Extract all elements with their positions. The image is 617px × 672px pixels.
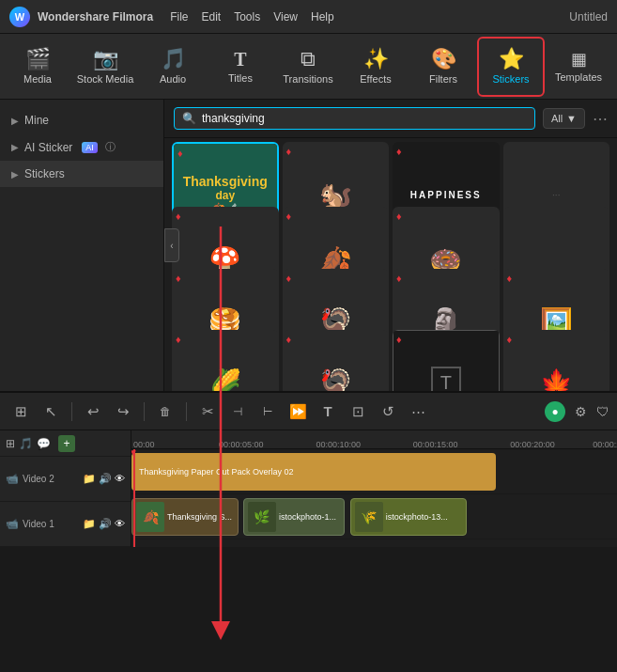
filter-dropdown[interactable]: All ▼ bbox=[543, 108, 585, 129]
tool-speed[interactable]: ⏩ bbox=[285, 399, 311, 425]
collapse-button[interactable]: ‹ bbox=[164, 228, 179, 262]
clip-v1b-label: istockphoto-1... bbox=[279, 512, 336, 522]
track-label-video1: 📹 Video 1 📁 🔊 👁 bbox=[0, 502, 131, 547]
menu-bar: W Wondershare Filmora File Edit Tools Vi… bbox=[0, 0, 617, 34]
tool-crop[interactable]: ⊡ bbox=[345, 399, 371, 425]
track-labels: ⊞ 🎵 💬 + 📹 Video 2 📁 🔊 👁 bbox=[0, 430, 131, 547]
timeline-tracks-container: 00:00 00:00:05:00 00:00:10:00 00:00:15:0… bbox=[131, 449, 617, 547]
tool-stickers-label: Stickers bbox=[492, 73, 529, 85]
tool-effects[interactable]: ✨ Effects bbox=[342, 37, 409, 97]
tool-more[interactable]: ⋯ bbox=[405, 399, 431, 425]
clip-v1b[interactable]: 🌿 istockphoto-1... bbox=[243, 498, 346, 536]
tool-audio-label: Audio bbox=[160, 73, 186, 85]
tool-undo[interactable]: ↩ bbox=[80, 399, 106, 425]
tool-audio[interactable]: 🎵 Audio bbox=[139, 37, 207, 97]
clip-v1c[interactable]: 🌾 istockphoto-13... bbox=[350, 498, 467, 536]
tool-scissors[interactable]: ✂ bbox=[194, 399, 221, 425]
track-row-video2: Thanksgiving Paper Cut Pack Overlay 02 bbox=[131, 449, 617, 494]
add-subtitle-icon[interactable]: 💬 bbox=[37, 437, 51, 450]
timeline-tracks-area: ⊞ 🎵 💬 + 📹 Video 2 📁 🔊 👁 bbox=[0, 430, 617, 547]
tool-trim-left[interactable]: ⊣ bbox=[224, 399, 251, 425]
tool-transitions-label: Transitions bbox=[283, 73, 332, 85]
settings-icon[interactable]: ⚙ bbox=[575, 404, 587, 419]
panel-section-mine[interactable]: ▶ Mine bbox=[0, 107, 163, 133]
separator-3 bbox=[186, 402, 187, 421]
search-input-wrapper: 🔍 bbox=[174, 107, 535, 130]
tool-templates-label: Templates bbox=[555, 71, 602, 83]
search-input[interactable] bbox=[202, 112, 527, 125]
track-label-video2: 📹 Video 2 📁 🔊 👁 bbox=[0, 457, 131, 502]
tool-titles-label: Titles bbox=[228, 72, 253, 84]
panel-section-ai-sticker[interactable]: ▶ AI Sticker AI ⓘ bbox=[0, 133, 163, 161]
mine-label: Mine bbox=[24, 114, 49, 127]
add-audio-track-icon[interactable]: 🎵 bbox=[19, 437, 33, 450]
premium-badge-15: ♦ bbox=[396, 334, 402, 345]
timeline-playhead[interactable]: ▼ bbox=[133, 449, 135, 547]
tool-delete[interactable]: 🗑 bbox=[152, 399, 178, 425]
tool-templates[interactable]: ▦ Templates bbox=[545, 37, 612, 97]
toolbar: 🎬 Media 📷 Stock Media 🎵 Audio T Titles ⧉… bbox=[0, 34, 617, 100]
menu-file[interactable]: File bbox=[170, 10, 188, 23]
sticker-autumn[interactable]: 🍁 ♦ ⬇ bbox=[503, 330, 610, 391]
tool-redo[interactable]: ↪ bbox=[110, 399, 136, 425]
tool-rotate[interactable]: ↺ bbox=[375, 399, 401, 425]
filter-label: All bbox=[551, 113, 563, 124]
tool-transitions[interactable]: ⧉ Transitions bbox=[274, 37, 342, 97]
collapse-icon: ‹ bbox=[170, 241, 173, 251]
panel-area: ▶ Mine ▶ AI Sticker AI ⓘ ▶ Stickers ‹ bbox=[0, 100, 617, 391]
track-row-video1: 🍂 Thanksgiving S... 🌿 istockphoto-1... 🌾 bbox=[131, 494, 617, 539]
track2-audio-icon[interactable]: 🔊 bbox=[99, 473, 112, 485]
sticker-textbox[interactable]: T ♦ ⬇ bbox=[393, 330, 500, 391]
sticker-grid: Thanksgiving day 🍂🥧 ♦ 🐿️ ♦ ⬇ HAPPINES bbox=[164, 138, 617, 391]
premium-badge-12: ♦ bbox=[507, 273, 513, 284]
menu-view[interactable]: View bbox=[273, 10, 298, 23]
chevron-down-icon: ▼ bbox=[566, 113, 577, 124]
tool-media-label: Media bbox=[23, 73, 52, 85]
tick-20: 00:00:20:00 bbox=[510, 440, 555, 449]
tool-media[interactable]: 🎬 Media bbox=[4, 37, 71, 97]
stickers-label: Stickers bbox=[24, 167, 65, 180]
shield-icon[interactable]: 🛡 bbox=[596, 404, 609, 419]
app-logo: W bbox=[9, 7, 30, 27]
tool-stock-media[interactable]: 📷 Stock Media bbox=[71, 37, 139, 97]
premium-badge-9: ♦ bbox=[176, 273, 181, 284]
ai-sticker-arrow: ▶ bbox=[11, 142, 19, 152]
clip-v1a[interactable]: 🍂 Thanksgiving S... bbox=[131, 498, 239, 536]
tool-stickers[interactable]: ⭐ Stickers bbox=[477, 37, 545, 97]
video1-label: Video 1 bbox=[23, 519, 54, 529]
menu-items: File Edit Tools View Help bbox=[170, 10, 334, 23]
add-track-green-btn[interactable]: + bbox=[58, 435, 75, 452]
track2-icons: 📁 🔊 👁 bbox=[83, 473, 125, 485]
sticker-turkey2[interactable]: 🦃 ♦ ⬇ bbox=[283, 330, 390, 391]
sticker-corn[interactable]: 🌽 ♦ ⬇ bbox=[172, 330, 279, 391]
menu-help[interactable]: Help bbox=[311, 10, 334, 23]
panel-section-stickers[interactable]: ▶ Stickers bbox=[0, 161, 163, 187]
clip-overlay[interactable]: Thanksgiving Paper Cut Pack Overlay 02 bbox=[131, 453, 496, 491]
tool-trim-right[interactable]: ⊢ bbox=[255, 399, 281, 425]
clip-overlay-label: Thanksgiving Paper Cut Pack Overlay 02 bbox=[139, 467, 294, 477]
track1-audio-icon[interactable]: 🔊 bbox=[99, 518, 112, 530]
tool-text[interactable]: T bbox=[315, 399, 341, 425]
tool-titles[interactable]: T Titles bbox=[207, 37, 274, 97]
menu-edit[interactable]: Edit bbox=[201, 10, 221, 23]
track2-folder-icon[interactable]: 📁 bbox=[83, 473, 96, 485]
tool-effects-label: Effects bbox=[360, 73, 391, 85]
more-options-button[interactable]: ⋯ bbox=[593, 110, 608, 128]
timeline-toolbar: ⊞ ↖ ↩ ↪ 🗑 ✂ ⊣ ⊢ ⏩ T ⊡ ↺ ⋯ ● ⚙ 🛡 bbox=[0, 393, 617, 430]
add-video-track-icon[interactable]: ⊞ bbox=[6, 437, 15, 450]
tool-pointer[interactable]: ↖ bbox=[38, 399, 64, 425]
premium-badge-6: ♦ bbox=[286, 211, 292, 222]
track1-eye-icon[interactable]: 👁 bbox=[115, 518, 125, 530]
premium-badge-5: ♦ bbox=[176, 211, 181, 222]
track2-eye-icon[interactable]: 👁 bbox=[115, 473, 125, 485]
tool-filters[interactable]: 🎨 Filters bbox=[409, 37, 477, 97]
tool-multiselect[interactable]: ⊞ bbox=[8, 399, 34, 425]
stickers-icon: ⭐ bbox=[499, 49, 524, 70]
clip-v1c-label: istockphoto-13... bbox=[386, 512, 448, 522]
track1-folder-icon[interactable]: 📁 bbox=[83, 518, 96, 530]
ruler-ticks: 00:00 00:00:05:00 00:00:10:00 00:00:15:0… bbox=[131, 430, 617, 449]
green-status-button[interactable]: ● bbox=[545, 401, 565, 422]
filters-icon: 🎨 bbox=[431, 49, 456, 70]
ai-sticker-label: AI Sticker bbox=[24, 141, 72, 154]
menu-tools[interactable]: Tools bbox=[234, 10, 260, 23]
